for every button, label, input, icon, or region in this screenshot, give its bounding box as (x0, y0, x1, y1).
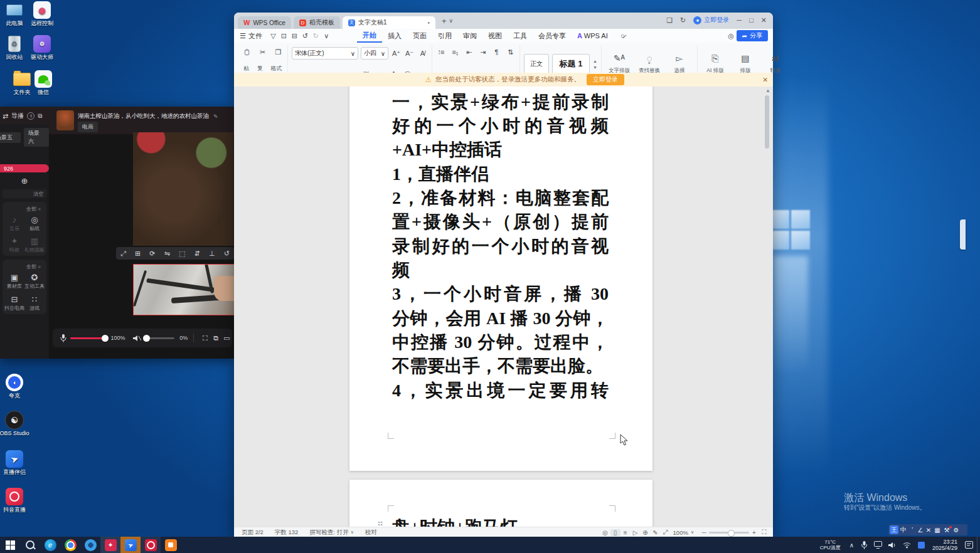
ribbon-tab-member[interactable]: 会员专享 (533, 31, 572, 41)
mic-icon[interactable] (56, 334, 70, 342)
feature-ecommerce[interactable]: ⊟抖音电商 (4, 295, 24, 312)
notice-close-icon[interactable]: ✕ (762, 76, 768, 83)
web-view-icon[interactable]: ⊕ (641, 529, 651, 536)
indent-icon[interactable]: ⇥ (477, 47, 488, 57)
all-link-1[interactable]: 全部 > (4, 204, 45, 213)
feature-interactive-tools[interactable]: ✪互动工具 (24, 273, 45, 290)
switch-icon[interactable]: ⇄ (3, 112, 8, 120)
taskbar-edge[interactable]: e (40, 537, 60, 553)
speaker-muted-icon[interactable] (130, 335, 144, 342)
save-icon[interactable]: ▽ (268, 31, 279, 41)
vertical-scrollbar[interactable]: ▲ (764, 89, 770, 524)
scrollbar-thumb[interactable] (765, 95, 769, 149)
flip-vertical-icon[interactable]: ⇵ (194, 250, 200, 258)
close-button[interactable]: ✕ (761, 16, 767, 24)
bullets-icon[interactable]: ⁝≡ (436, 47, 447, 57)
outdent-icon[interactable]: ⇤ (464, 47, 474, 57)
taskbar-douyin-app[interactable]: ✦ (100, 537, 120, 553)
outline-view-icon[interactable]: ≡ (620, 529, 631, 536)
clear-format-icon[interactable]: A̸ (417, 48, 428, 58)
cpu-temp-widget[interactable]: 71°CCPU温度 (820, 539, 841, 550)
undo-icon[interactable]: ↺ (300, 31, 311, 41)
fullscreen-icon[interactable]: ⛶ (759, 529, 769, 536)
flip-horizontal-icon[interactable]: ⇋ (164, 250, 170, 258)
scene-tab-prev[interactable]: 场景五 (0, 132, 21, 143)
convert-tool[interactable]: ⇄转换 (762, 53, 789, 75)
print-preview-icon[interactable]: ⊟ (289, 31, 300, 41)
scroll-up-icon[interactable]: ▲ (765, 88, 770, 93)
feature-media-library[interactable]: ▣素材库 (4, 273, 24, 290)
minimize-button[interactable]: ─ (737, 16, 742, 24)
screen-share-icon[interactable]: ⧉ (210, 334, 221, 342)
tab-wps-home[interactable]: W WPS Office (238, 16, 291, 29)
preview-video-top[interactable] (133, 132, 233, 246)
ime-toolbox-icon[interactable]: ⚒ (942, 527, 951, 534)
desktop-icon-live-companion[interactable]: ➤ 直播伴侣 (0, 450, 31, 476)
ribbon-eye-icon[interactable]: ◎ (726, 31, 737, 41)
desktop-icon-driver-master[interactable]: ⚙ 驱动大师 (25, 35, 59, 61)
taskbar-red-o-app[interactable] (141, 537, 161, 553)
director-label[interactable]: 导播 (11, 112, 24, 120)
mic-volume-slider[interactable] (70, 337, 102, 339)
preview-video-selected[interactable] (133, 264, 235, 315)
record-video-icon[interactable]: ▭ (221, 334, 232, 342)
ribbon-tab-reference[interactable]: 引用 (432, 31, 457, 41)
ime-lang-icon[interactable]: 中 (899, 525, 908, 534)
share-button[interactable]: ➦分享 (737, 30, 768, 41)
maximize-button[interactable]: □ (749, 16, 754, 24)
desktop-icon-quark[interactable]: ◖ 夸克 (0, 374, 31, 399)
edit-title-icon[interactable]: ✎ (213, 113, 218, 120)
ime-keyboard-icon[interactable]: ▦ (933, 527, 942, 534)
feature-music[interactable]: ♪音乐 (4, 215, 24, 232)
live-counter-bar[interactable]: 926 (0, 164, 49, 172)
desktop-icon-obs-studio[interactable]: ☯ OBS Studio (0, 411, 31, 437)
rotate-icon[interactable]: ⟳ (149, 250, 155, 258)
tab-docer-templates[interactable]: D 稻壳模板 (294, 16, 340, 29)
start-button[interactable] (0, 537, 20, 553)
copy-icon[interactable]: ❐ (273, 47, 284, 57)
ime-logo-icon[interactable]: 王 (890, 525, 898, 534)
find-replace-tool[interactable]: ◌̥查找替换 (636, 53, 663, 75)
ribbon-tab-page[interactable]: 页面 (407, 31, 432, 41)
tray-network-icon[interactable] (903, 542, 911, 549)
ribbon-tab-home[interactable]: 开始 (357, 29, 382, 43)
grid-icon[interactable]: ⊞ (135, 250, 141, 258)
document-area[interactable]: 一，实景+绿布+提前录制 好的一个小时的音视频 +AI+中控插话 1，直播伴侣 … (234, 87, 773, 527)
tray-expand-icon[interactable]: ∧ (850, 542, 854, 549)
clock-widget[interactable]: 23:21 2025/4/29 (932, 539, 957, 551)
taskbar-browser[interactable] (80, 537, 100, 553)
cut-icon[interactable]: ✂ (257, 47, 268, 57)
ime-close-icon[interactable]: ✕ (925, 527, 932, 534)
ime-shape-icon[interactable]: ∠ (917, 527, 924, 534)
ime-settings-icon[interactable]: ⚙ (952, 527, 961, 534)
notification-center-icon[interactable] (965, 541, 973, 549)
ribbon-tab-review[interactable]: 审阅 (457, 31, 482, 41)
desktop-icon-wechat[interactable]: 微信 (26, 70, 60, 96)
new-tab-button[interactable]: + (442, 16, 447, 26)
camera-icon[interactable]: ⛶ (200, 334, 210, 342)
quickbar-more-icon[interactable]: ∨ (321, 31, 332, 41)
record-button[interactable]: ⊕ (0, 176, 49, 186)
tray-display-icon[interactable] (874, 541, 882, 549)
desktop-icon-douyin-live[interactable]: 抖音直播 (0, 488, 31, 514)
ribbon-tab-wps-ai[interactable]: AWPS AI (572, 32, 614, 40)
redo-icon[interactable]: ↻ (311, 31, 321, 41)
ribbon-tab-view[interactable]: 视图 (482, 31, 508, 41)
search-commands-icon[interactable]: ○̷ (617, 31, 628, 41)
tray-app-icon[interactable] (918, 542, 925, 549)
notice-login-button[interactable]: 立即登录 (587, 74, 624, 85)
taskbar-chrome[interactable] (60, 537, 80, 553)
tab-list-button[interactable]: ∨ (449, 18, 453, 24)
font-size-select[interactable]: 小四∨ (361, 47, 388, 60)
align-icon[interactable]: ⊥ (209, 250, 215, 258)
ai-layout-tool[interactable]: ⎘AI 排版 (701, 53, 729, 75)
desktop-icon-remote-control[interactable]: ◉ 远程控制 (25, 1, 59, 27)
ribbon-tab-tools[interactable]: 工具 (508, 31, 533, 41)
tab-document-1[interactable]: 文 文字文稿1 • (343, 16, 435, 29)
help-icon[interactable]: ? (27, 112, 35, 120)
sync-icon[interactable]: ↻ (680, 16, 686, 24)
ribbon-tab-insert[interactable]: 插入 (382, 31, 407, 41)
tray-mic-icon[interactable] (861, 541, 868, 549)
zoom-out-icon[interactable]: ─ (699, 529, 709, 536)
zoom-in-icon[interactable]: + (749, 529, 759, 536)
